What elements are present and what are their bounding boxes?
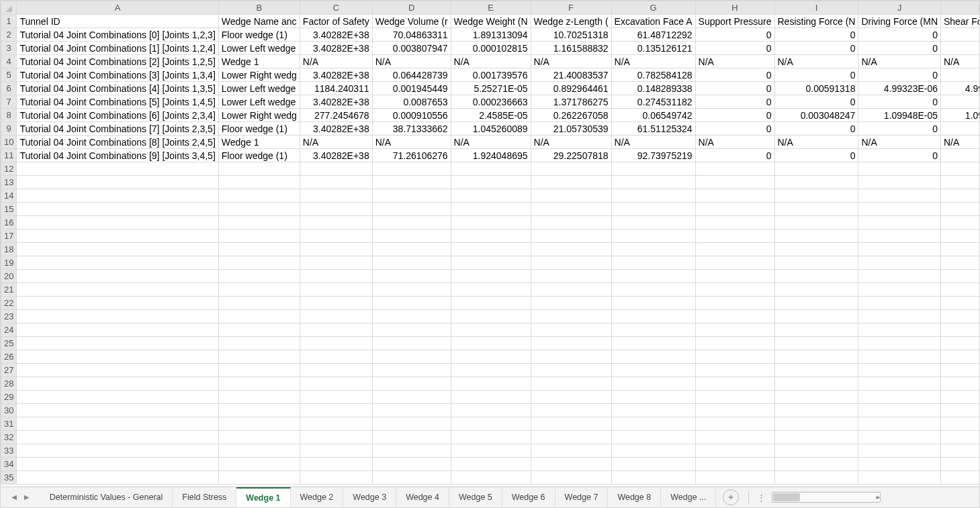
row-header-7[interactable]: 7 (1, 95, 17, 109)
cell-A24[interactable] (17, 323, 218, 337)
cell-F10[interactable]: N/A (531, 136, 611, 149)
cell-B2[interactable]: Floor wedge (1) (218, 28, 300, 42)
row-header-34[interactable]: 34 (1, 458, 17, 471)
cell-D34[interactable] (372, 458, 451, 471)
cell-E4[interactable]: N/A (451, 55, 531, 68)
cell-K5[interactable]: 0 (941, 68, 980, 82)
cell-J18[interactable] (858, 243, 941, 256)
cell-J27[interactable] (858, 364, 941, 377)
cell-G33[interactable] (611, 444, 695, 458)
cell-J10[interactable]: N/A (858, 136, 941, 149)
cell-C6[interactable]: 1184.240311 (300, 82, 372, 95)
cell-G15[interactable] (611, 203, 695, 216)
cell-A22[interactable] (17, 297, 218, 310)
cell-B4[interactable]: Wedge 1 (218, 55, 300, 68)
cell-I9[interactable]: 0 (774, 122, 858, 136)
cell-K1[interactable]: Shear Force (MN) (941, 15, 980, 28)
cell-C11[interactable]: 3.40282E+38 (300, 149, 372, 162)
row-header-16[interactable]: 16 (1, 216, 17, 230)
cell-D8[interactable]: 0.000910556 (372, 109, 451, 122)
cell-D18[interactable] (372, 243, 451, 256)
cell-D16[interactable] (372, 216, 451, 230)
cell-D2[interactable]: 70.04863311 (372, 28, 451, 42)
cell-I12[interactable] (774, 162, 858, 176)
cell-G19[interactable] (611, 256, 695, 270)
nav-next-icon[interactable]: ► (22, 493, 30, 502)
cell-F27[interactable] (531, 364, 611, 377)
cell-C1[interactable]: Factor of Safety (300, 15, 372, 28)
cell-C3[interactable]: 3.40282E+38 (300, 42, 372, 55)
cell-D33[interactable] (372, 444, 451, 458)
cell-I6[interactable]: 0.00591318 (774, 82, 858, 95)
cell-B23[interactable] (218, 310, 300, 323)
cell-K20[interactable] (941, 270, 980, 283)
cell-I21[interactable] (774, 283, 858, 297)
col-header-E[interactable]: E (451, 1, 531, 15)
cell-E31[interactable] (451, 417, 531, 431)
cell-I3[interactable]: 0 (774, 42, 858, 55)
cell-F19[interactable] (531, 256, 611, 270)
cell-B14[interactable] (218, 189, 300, 203)
cell-A18[interactable] (17, 243, 218, 256)
cell-K3[interactable]: 0 (941, 42, 980, 55)
cell-E21[interactable] (451, 283, 531, 297)
cell-F32[interactable] (531, 431, 611, 444)
cell-B25[interactable] (218, 337, 300, 350)
cell-B27[interactable] (218, 364, 300, 377)
cell-F34[interactable] (531, 458, 611, 471)
row-header-6[interactable]: 6 (1, 82, 17, 95)
cell-C9[interactable]: 3.40282E+38 (300, 122, 372, 136)
row-header-10[interactable]: 10 (1, 136, 17, 149)
cell-G21[interactable] (611, 283, 695, 297)
cell-H35[interactable] (695, 471, 774, 485)
cell-K35[interactable] (941, 471, 980, 485)
cell-H9[interactable]: 0 (695, 122, 774, 136)
cell-C27[interactable] (300, 364, 372, 377)
cell-H1[interactable]: Support Pressure (695, 15, 774, 28)
cell-C13[interactable] (300, 176, 372, 189)
cell-J16[interactable] (858, 216, 941, 230)
cell-B21[interactable] (218, 283, 300, 297)
cell-G1[interactable]: Excavation Face A (611, 15, 695, 28)
cell-I13[interactable] (774, 176, 858, 189)
cell-J4[interactable]: N/A (858, 55, 941, 68)
add-sheet-button[interactable]: ＋ (723, 489, 739, 505)
cell-C24[interactable] (300, 323, 372, 337)
cell-G29[interactable] (611, 391, 695, 404)
cell-H15[interactable] (695, 203, 774, 216)
cell-H11[interactable]: 0 (695, 149, 774, 162)
cell-B24[interactable] (218, 323, 300, 337)
cell-F28[interactable] (531, 377, 611, 391)
cell-G13[interactable] (611, 176, 695, 189)
cell-H32[interactable] (695, 431, 774, 444)
cell-F23[interactable] (531, 310, 611, 323)
cell-F21[interactable] (531, 283, 611, 297)
cell-J24[interactable] (858, 323, 941, 337)
cell-F26[interactable] (531, 350, 611, 364)
cell-A30[interactable] (17, 404, 218, 417)
cell-K32[interactable] (941, 431, 980, 444)
cell-F33[interactable] (531, 444, 611, 458)
cell-K4[interactable]: N/A (941, 55, 980, 68)
cell-G4[interactable]: N/A (611, 55, 695, 68)
cell-A19[interactable] (17, 256, 218, 270)
cell-F9[interactable]: 21.05730539 (531, 122, 611, 136)
row-header-31[interactable]: 31 (1, 417, 17, 431)
row-header-11[interactable]: 11 (1, 149, 17, 162)
cell-D10[interactable]: N/A (372, 136, 451, 149)
cell-E18[interactable] (451, 243, 531, 256)
cell-B1[interactable]: Wedge Name anc (218, 15, 300, 28)
cell-G27[interactable] (611, 364, 695, 377)
cell-F22[interactable] (531, 297, 611, 310)
cell-C18[interactable] (300, 243, 372, 256)
cell-C8[interactable]: 277.2454678 (300, 109, 372, 122)
sheet-tab-field-stress[interactable]: Field Stress (173, 487, 236, 507)
cell-A15[interactable] (17, 203, 218, 216)
cell-D6[interactable]: 0.001945449 (372, 82, 451, 95)
cell-B22[interactable] (218, 297, 300, 310)
cell-C19[interactable] (300, 256, 372, 270)
cell-C2[interactable]: 3.40282E+38 (300, 28, 372, 42)
cell-D1[interactable]: Wedge Volume (r (372, 15, 451, 28)
cell-C14[interactable] (300, 189, 372, 203)
cell-I8[interactable]: 0.003048247 (774, 109, 858, 122)
